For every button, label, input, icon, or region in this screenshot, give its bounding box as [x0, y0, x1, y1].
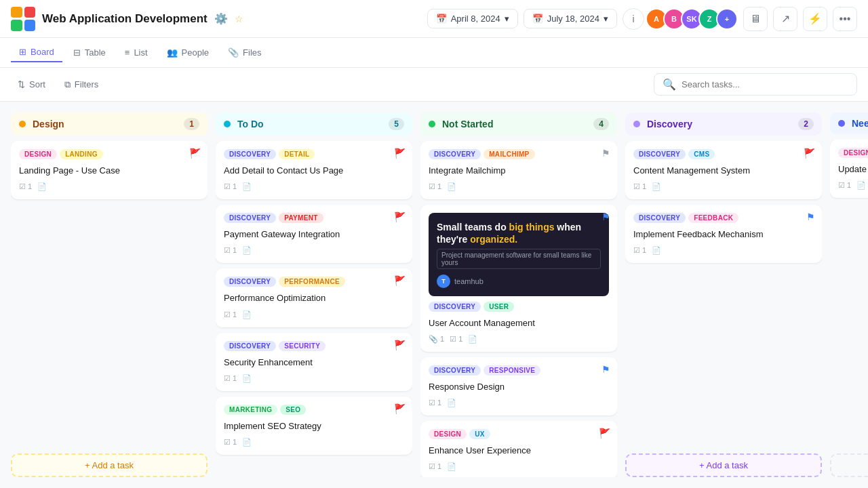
- tag-discovery: discovery: [224, 341, 276, 351]
- card-checklist: ☑ 1: [224, 310, 237, 319]
- card-tags: discovery FEEDBACK: [633, 213, 814, 223]
- card-doc: 📄: [447, 182, 456, 191]
- card-checklist: ☑ 1: [19, 182, 32, 191]
- column-label-discovery: Discovery: [647, 119, 692, 129]
- card-title: Landing Page - Use Case: [19, 165, 199, 177]
- card-tags: discovery MAILCHIMP: [429, 149, 609, 159]
- flag-icon: 🚩: [394, 275, 406, 286]
- ad-subtitle: Project management software for small te…: [437, 249, 601, 269]
- info-button[interactable]: i: [623, 8, 644, 30]
- nav-table[interactable]: ⊟ Table: [65, 43, 114, 62]
- card-landing-use-case: 🚩 design LANDING Landing Page - Use Case…: [11, 141, 208, 199]
- nav-people[interactable]: 👥 People: [159, 43, 217, 62]
- tag-discovery: discovery: [224, 149, 276, 159]
- card-doc: 📄: [242, 438, 252, 447]
- tag-design: design: [838, 148, 868, 158]
- flag-icon: 🚩: [394, 148, 406, 159]
- share-button[interactable]: ↗: [773, 7, 797, 31]
- card-tags: discovery SECURITY: [224, 341, 404, 351]
- tag-discovery: discovery: [429, 302, 481, 312]
- ad-text: Small teams do big things when they're o…: [437, 221, 601, 245]
- sort-button[interactable]: ⇅ Sort: [11, 76, 52, 93]
- chevron-down-icon: ▾: [505, 14, 509, 24]
- card-attach: 📎 1: [429, 335, 444, 344]
- card-checklist: ☑ 1: [224, 374, 237, 383]
- card-footer: ☑ 1 📄: [224, 246, 404, 255]
- tag-discovery: discovery: [429, 149, 481, 159]
- column-todo: To Do 5 🚩 discovery DETAIL Add Detail to…: [216, 113, 412, 477]
- column-header-discovery: Discovery 2: [625, 113, 822, 136]
- more-options-button[interactable]: •••: [833, 7, 857, 31]
- flag-icon: ⚑: [601, 211, 610, 222]
- nav-files-label: Files: [243, 47, 261, 58]
- tag-marketing: marketing: [224, 405, 277, 415]
- card-tags: discovery RESPONSIVE: [429, 365, 609, 375]
- brand-name: teamhub: [454, 277, 484, 285]
- card-doc: 📄: [856, 181, 866, 190]
- activity-button[interactable]: ⚡: [803, 7, 827, 31]
- column-header-needsreview: Needs Review: [830, 113, 868, 134]
- card-doc: 📄: [242, 374, 252, 383]
- sort-label: Sort: [29, 79, 45, 89]
- end-date-label: July 18, 2024: [547, 14, 599, 24]
- nav-files[interactable]: 📎 Files: [220, 43, 269, 62]
- card-tags: discovery USER: [429, 302, 609, 312]
- search-input[interactable]: [682, 79, 848, 89]
- add-task-discovery[interactable]: + Add a task: [625, 453, 822, 477]
- column-count-notstarted: 4: [593, 118, 609, 130]
- card-footer: ☑ 1 📄: [429, 399, 609, 407]
- flag-icon: 🚩: [394, 403, 406, 414]
- card-doc: 📄: [652, 182, 661, 191]
- end-date-button[interactable]: 📅 July 18, 2024 ▾: [524, 9, 617, 28]
- card-tags: design ANALYTICS: [838, 148, 868, 158]
- card-checklist: ☑ 1: [429, 462, 441, 471]
- nav-table-label: Table: [85, 47, 106, 58]
- card-footer: 📎 1 ☑ 1 📄: [429, 335, 609, 344]
- card-title: Enhance User Experience: [429, 445, 609, 457]
- filter-button[interactable]: ⧉ Filters: [58, 76, 105, 94]
- card-footer: ☑ 1 📄: [429, 182, 609, 191]
- card-security: 🚩 discovery SECURITY Security Enhancemen…: [216, 333, 412, 391]
- star-icon[interactable]: ☆: [235, 14, 243, 24]
- flag-icon: ⚑: [806, 211, 815, 222]
- flag-icon: ⚑: [601, 364, 610, 375]
- ad-banner: Small teams do big things when they're o…: [429, 213, 609, 296]
- card-doc: 📄: [447, 462, 456, 471]
- screen-icon-button[interactable]: 🖥: [743, 7, 768, 31]
- card-performance: 🚩 discovery PERFORMANCE Performance Opti…: [216, 268, 412, 327]
- card-mailchimp: ⚑ discovery MAILCHIMP Integrate Mailchim…: [420, 141, 617, 199]
- tag-mailchimp: MAILCHIMP: [484, 149, 534, 159]
- add-task-design[interactable]: + Add a task: [11, 453, 208, 477]
- card-title: User Account Management: [429, 317, 609, 329]
- project-title: Web Application Development: [42, 12, 208, 26]
- avatar-5[interactable]: +: [716, 8, 738, 30]
- card-title: Implement Feedback Mechanism: [633, 228, 814, 241]
- tag-discovery: discovery: [224, 213, 276, 223]
- tag-discovery: discovery: [429, 365, 481, 375]
- tag-performance: PERFORMANCE: [279, 277, 345, 287]
- card-checklist: ☑ 1: [224, 438, 237, 447]
- nav-list-label: List: [134, 47, 147, 58]
- card-footer: ☑ 1 📄: [224, 310, 404, 319]
- start-date-label: April 8, 2024: [451, 14, 500, 24]
- tag-detail: DETAIL: [279, 149, 315, 159]
- sort-icon: ⇅: [18, 79, 25, 89]
- tag-discovery: discovery: [633, 213, 686, 223]
- nav-board[interactable]: ⊞ Board: [11, 43, 62, 62]
- card-ux: 🚩 design UX Enhance User Experience ☑ 1 …: [420, 421, 617, 477]
- card-user-account: ⚑ Small teams do big things when they're…: [420, 205, 617, 352]
- card-title: Responsive Design: [429, 381, 609, 393]
- cards-list-notstarted: ⚑ discovery MAILCHIMP Integrate Mailchim…: [420, 141, 617, 477]
- nav-people-label: People: [182, 47, 209, 58]
- add-task-needsreview[interactable]: + Add a task: [830, 453, 868, 477]
- card-title: Integrate Mailchimp: [429, 165, 609, 177]
- column-count-design: 1: [184, 118, 199, 130]
- nav-list[interactable]: ≡ List: [117, 43, 156, 62]
- column-notstarted: Not Started 4 ⚑ discovery MAILCHIMP Inte…: [420, 113, 617, 477]
- start-date-button[interactable]: 📅 April 8, 2024 ▾: [427, 9, 518, 28]
- logo-sq-3: [11, 20, 22, 31]
- column-discovery: Discovery 2 🚩 discovery CMS Content Mana…: [625, 113, 822, 477]
- column-header-todo: To Do 5: [216, 113, 412, 136]
- header-left: Web Application Development ⚙️ ☆: [11, 7, 243, 31]
- toolbar-left: ⇅ Sort ⧉ Filters: [11, 76, 105, 94]
